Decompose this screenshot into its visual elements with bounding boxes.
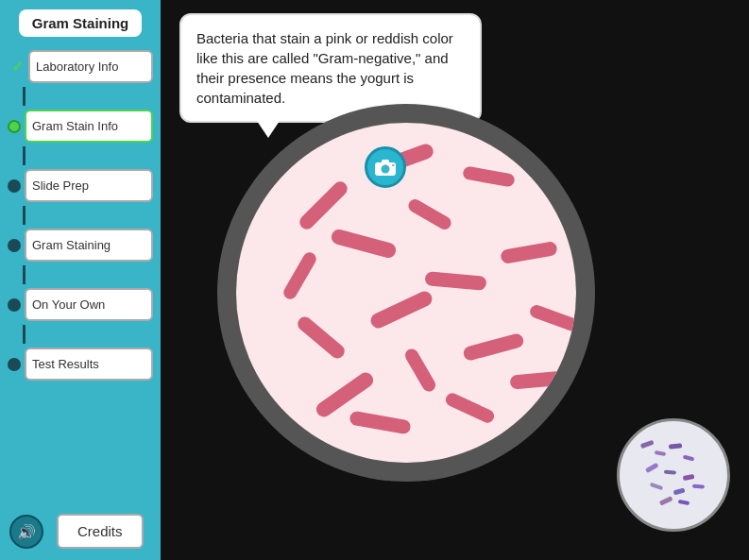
nav-btn-slide-prep[interactable]: Slide Prep — [25, 169, 153, 202]
svg-rect-4 — [640, 440, 655, 449]
bacterium-rod — [349, 410, 412, 434]
svg-rect-3 — [392, 164, 395, 166]
microscope-outer — [217, 104, 595, 482]
app-title: Gram Staining — [19, 9, 142, 37]
nav-connector-line — [23, 87, 26, 106]
inactive-dot — [8, 179, 21, 193]
camera-icon[interactable] — [365, 146, 406, 188]
svg-rect-15 — [678, 500, 690, 505]
checkmark-icon: ✓ — [8, 58, 26, 76]
svg-rect-5 — [655, 450, 667, 456]
main-content: Bacteria that stain a pink or reddish co… — [161, 0, 749, 560]
nav-btn-gram-stain-info[interactable]: Gram Stain Info — [25, 110, 153, 143]
bacterium-rod — [330, 228, 398, 260]
nav-btn-on-your-own[interactable]: On Your Own — [25, 288, 153, 321]
nav-item-on-your-own[interactable]: On Your Own — [8, 288, 153, 321]
bacterium-rod — [295, 314, 348, 361]
nav-item-test-results[interactable]: Test Results — [8, 348, 153, 381]
microscope-inner — [236, 123, 576, 463]
nav-item-gram-stain-info[interactable]: Gram Stain Info — [8, 110, 153, 143]
inactive-dot — [8, 239, 21, 252]
bacterium-rod — [406, 196, 453, 231]
nav-connector-line — [23, 206, 26, 225]
credits-label: Credits — [77, 523, 123, 539]
nav-connector-line — [23, 265, 26, 284]
title-text: Gram Staining — [32, 15, 129, 31]
svg-point-1 — [382, 165, 390, 174]
svg-rect-13 — [692, 484, 705, 488]
bacterium-rod — [368, 289, 434, 331]
sidebar: Gram Staining ✓ Laboratory Info Gram Sta… — [0, 0, 161, 560]
inactive-dot — [8, 298, 21, 312]
bacterium-rod — [509, 370, 567, 389]
inactive-dot — [8, 358, 21, 371]
sound-button[interactable]: 🔊 — [9, 515, 43, 549]
svg-rect-14 — [659, 496, 673, 505]
active-dot — [8, 120, 21, 133]
credits-button[interactable]: Credits — [57, 514, 144, 549]
svg-rect-6 — [669, 443, 682, 449]
svg-rect-12 — [673, 488, 686, 496]
bacterium-rod — [402, 347, 437, 394]
bacterium-rod — [462, 332, 525, 362]
nav-btn-test-results[interactable]: Test Results — [25, 348, 153, 381]
nav-item-laboratory-info[interactable]: ✓ Laboratory Info — [8, 50, 153, 83]
svg-rect-8 — [645, 463, 659, 473]
reference-circle — [617, 418, 730, 532]
nav-item-slide-prep[interactable]: Slide Prep — [8, 169, 153, 202]
svg-rect-10 — [683, 474, 695, 481]
bacterium-rod — [528, 303, 576, 333]
bacterium-rod — [424, 271, 486, 291]
nav-btn-gram-staining[interactable]: Gram Staining — [25, 229, 153, 262]
svg-rect-11 — [650, 483, 664, 491]
nav-connector-line — [23, 146, 26, 165]
nav-connector-line — [23, 325, 26, 344]
bacterium-rod — [444, 391, 497, 425]
bacterium-rod — [281, 250, 319, 302]
nav-btn-laboratory-info[interactable]: Laboratory Info — [28, 50, 153, 83]
svg-rect-7 — [683, 455, 695, 462]
nav-item-gram-staining[interactable]: Gram Staining — [8, 229, 153, 262]
bacterium-rod — [500, 241, 558, 264]
svg-rect-2 — [382, 160, 389, 163]
bacterium-rod — [462, 165, 516, 187]
speech-text: Bacteria that stain a pink or reddish co… — [196, 30, 453, 106]
bacterium-rod — [523, 409, 564, 453]
bacterium-rod — [297, 178, 350, 232]
svg-rect-9 — [664, 469, 676, 474]
